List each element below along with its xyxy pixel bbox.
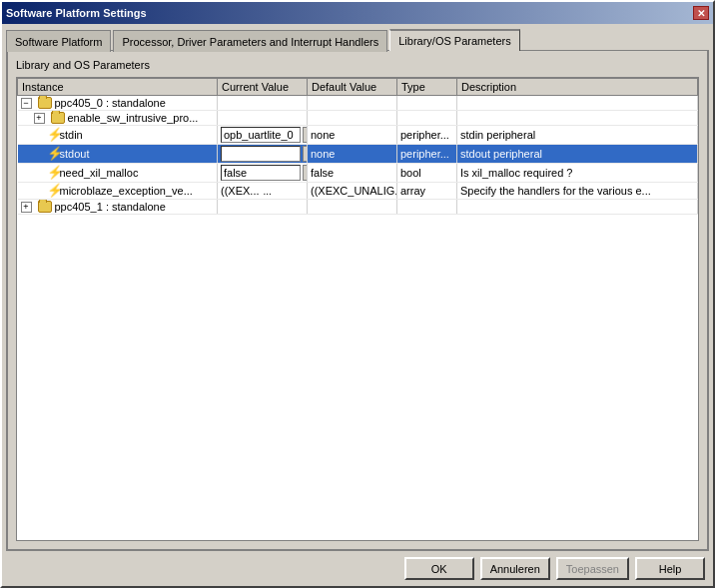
current-value-cell: ((XEX... ... bbox=[218, 183, 308, 200]
row-label: ppc405_0 : standalone bbox=[55, 97, 166, 109]
expand-icon[interactable]: + bbox=[21, 202, 32, 213]
table-row[interactable]: + ppc405_1 : standalone bbox=[18, 200, 698, 215]
description-cell: Is xil_malloc required ? bbox=[457, 164, 698, 183]
dropdown-button[interactable]: ▼ bbox=[303, 127, 308, 143]
default-value-cell bbox=[308, 200, 397, 215]
table-row[interactable]: ⚡ microblaze_exception_ve... ((XEX... ..… bbox=[18, 183, 698, 200]
instance-cell: ⚡ stdout bbox=[18, 145, 218, 164]
apply-button[interactable]: Toepassen bbox=[556, 557, 629, 580]
row-label: enable_sw_intrusive_pro... bbox=[68, 112, 199, 124]
window-title: Software Platform Settings bbox=[6, 7, 147, 19]
description-cell: stdin peripheral bbox=[457, 126, 698, 145]
table-row[interactable]: + enable_sw_intrusive_pro... bbox=[18, 111, 698, 126]
help-button[interactable]: Help bbox=[635, 557, 705, 580]
col-instance: Instance bbox=[18, 79, 218, 96]
current-value-cell[interactable]: opb_uartlite_0 ▼ bbox=[218, 145, 308, 164]
title-bar: Software Platform Settings ✕ bbox=[2, 2, 713, 24]
tab-processor-driver[interactable]: Processor, Driver Parameters and Interru… bbox=[113, 30, 387, 52]
row-label: ppc405_1 : standalone bbox=[55, 201, 166, 213]
table-row[interactable]: − ppc405_0 : standalone bbox=[18, 96, 698, 111]
description-cell bbox=[457, 111, 698, 126]
instance-cell: − ppc405_0 : standalone bbox=[18, 96, 218, 111]
description-cell bbox=[457, 96, 698, 111]
ok-button[interactable]: OK bbox=[404, 557, 474, 580]
default-value-cell: ((XEXC_UNALIG... bbox=[308, 183, 397, 200]
ellipsis: ... bbox=[264, 186, 272, 197]
default-value-cell bbox=[308, 111, 397, 126]
current-value-cell[interactable]: false ▼ bbox=[218, 164, 308, 183]
dropdown-button[interactable]: ▼ bbox=[303, 146, 308, 162]
close-button[interactable]: ✕ bbox=[693, 6, 709, 20]
current-value-cell bbox=[218, 111, 308, 126]
description-cell bbox=[457, 200, 698, 215]
description-cell: Specify the handlers for the various e..… bbox=[457, 183, 698, 200]
folder-icon bbox=[38, 97, 52, 109]
current-value-cell bbox=[218, 200, 308, 215]
instance-cell: ⚡ microblaze_exception_ve... bbox=[18, 183, 218, 200]
description-cell: stdout peripheral bbox=[457, 145, 698, 164]
row-label: need_xil_malloc bbox=[60, 167, 139, 179]
settings-panel: Library and OS Parameters Instance Curre… bbox=[6, 50, 709, 551]
value-input[interactable]: false bbox=[221, 165, 301, 181]
property-icon: ⚡ bbox=[47, 166, 57, 180]
property-icon: ⚡ bbox=[47, 184, 57, 198]
folder-icon bbox=[51, 112, 65, 124]
type-cell bbox=[397, 96, 457, 111]
type-cell bbox=[397, 111, 457, 126]
instance-cell: ⚡ need_xil_malloc bbox=[18, 164, 218, 183]
folder-icon bbox=[38, 201, 52, 213]
row-label: microblaze_exception_ve... bbox=[60, 185, 193, 197]
type-cell bbox=[397, 200, 457, 215]
col-type: Type bbox=[397, 79, 457, 96]
tab-library-os[interactable]: Library/OS Parameters bbox=[389, 29, 519, 51]
value-input[interactable]: opb_uartlite_0 bbox=[221, 127, 301, 143]
current-value-cell[interactable]: opb_uartlite_0 ▼ bbox=[218, 126, 308, 145]
value-input[interactable]: opb_uartlite_0 bbox=[221, 146, 301, 162]
tab-bar: Software Platform Processor, Driver Para… bbox=[6, 28, 709, 50]
expand-icon[interactable]: − bbox=[21, 98, 32, 109]
tab-software-platform[interactable]: Software Platform bbox=[6, 30, 111, 52]
default-value-cell: none bbox=[308, 126, 397, 145]
table-row[interactable]: ⚡ stdin opb_uartlite_0 ▼ bbox=[18, 126, 698, 145]
window-content: Software Platform Processor, Driver Para… bbox=[2, 24, 713, 586]
instance-cell: + ppc405_1 : standalone bbox=[18, 200, 218, 215]
expand-subgroup-icon[interactable]: + bbox=[34, 113, 45, 124]
panel-title: Library and OS Parameters bbox=[16, 59, 699, 71]
col-current-value: Current Value bbox=[218, 79, 308, 96]
default-value-cell: false bbox=[308, 164, 397, 183]
col-description: Description bbox=[457, 79, 698, 96]
type-cell: peripher... bbox=[397, 145, 457, 164]
cancel-button[interactable]: Annuleren bbox=[480, 557, 550, 580]
table-row[interactable]: ⚡ need_xil_malloc false ▼ bbox=[18, 164, 698, 183]
table-header-row: Instance Current Value Default Value Typ… bbox=[18, 79, 698, 96]
dropdown-button[interactable]: ▼ bbox=[303, 165, 308, 181]
instance-cell: ⚡ stdin bbox=[18, 126, 218, 145]
table-row[interactable]: ⚡ stdout opb_uartlite_0 ▼ bbox=[18, 145, 698, 164]
instance-cell: + enable_sw_intrusive_pro... bbox=[18, 111, 218, 126]
main-window: Software Platform Settings ✕ Software Pl… bbox=[0, 0, 715, 588]
type-cell: bool bbox=[397, 164, 457, 183]
current-value-cell bbox=[218, 96, 308, 111]
parameters-table-container: Instance Current Value Default Value Typ… bbox=[16, 77, 699, 541]
row-label: stdout bbox=[60, 148, 90, 160]
default-value-cell bbox=[308, 96, 397, 111]
row-label: stdin bbox=[60, 129, 83, 141]
button-bar: OK Annuleren Toepassen Help bbox=[6, 551, 709, 582]
type-cell: array bbox=[397, 183, 457, 200]
property-icon: ⚡ bbox=[47, 147, 57, 161]
property-icon: ⚡ bbox=[47, 128, 57, 142]
type-cell: peripher... bbox=[397, 126, 457, 145]
default-value-cell: none bbox=[308, 145, 397, 164]
col-default-value: Default Value bbox=[308, 79, 397, 96]
parameters-table: Instance Current Value Default Value Typ… bbox=[17, 78, 698, 215]
